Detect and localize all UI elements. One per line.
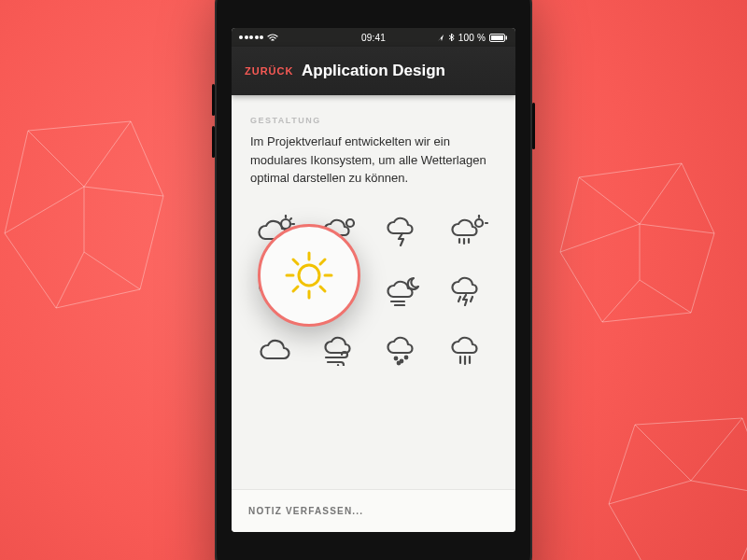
svg-point-3 [299,265,319,286]
battery-icon [489,34,508,42]
signal-strength-icon [239,35,263,39]
volume-down-button [212,126,215,158]
svg-point-40 [398,361,401,364]
bg-polyhedron [0,112,177,317]
svg-point-37 [395,357,398,359]
cloud-hail-icon [385,333,426,367]
note-input[interactable] [248,506,499,516]
magnifier-lens[interactable] [258,224,360,327]
phone-screen: 09:41 100 % Zurück Application Design Ge… [232,28,515,532]
power-button [532,103,535,149]
wifi-icon [267,34,278,42]
location-icon [437,34,444,42]
cloud-sun-shower-icon [449,214,490,247]
sun-icon [279,245,339,305]
note-input-bar [232,489,515,532]
svg-point-19 [475,219,483,227]
iphone-frame: 09:41 100 % Zurück Application Design Ge… [215,0,532,560]
content-area[interactable]: Gestaltung Im Projektverlauf entwickelte… [232,95,515,489]
cloud-icon [257,333,298,367]
svg-line-11 [293,287,298,291]
svg-line-9 [320,287,325,291]
bg-polyhedron [598,401,747,560]
bg-polyhedron [551,149,728,336]
cloud-wind-icon [321,333,362,367]
cloud-lightning-icon [385,214,426,247]
svg-point-39 [405,356,408,358]
cloud-moon-wind-icon [385,273,426,307]
app-showcase-stage: 09:41 100 % Zurück Application Design Ge… [0,0,747,560]
svg-line-15 [290,218,291,219]
svg-rect-2 [506,35,508,39]
bluetooth-icon [448,33,455,42]
back-button[interactable]: Zurück [245,65,293,77]
section-label: Gestaltung [250,116,497,125]
cloud-rain-icon [449,333,490,367]
svg-point-16 [346,219,354,227]
volume-up-button [212,84,215,116]
svg-rect-1 [491,35,503,40]
cloud-storm-icon [449,273,490,307]
body-text: Im Projektverlauf entwickelten wir ein m… [250,133,497,188]
status-bar: 09:41 100 % [232,28,515,47]
svg-line-10 [320,259,325,264]
svg-line-8 [293,259,298,264]
page-title: Application Design [302,62,445,80]
navigation-bar: Zurück Application Design [232,47,515,95]
battery-percent: 100 % [458,33,486,43]
